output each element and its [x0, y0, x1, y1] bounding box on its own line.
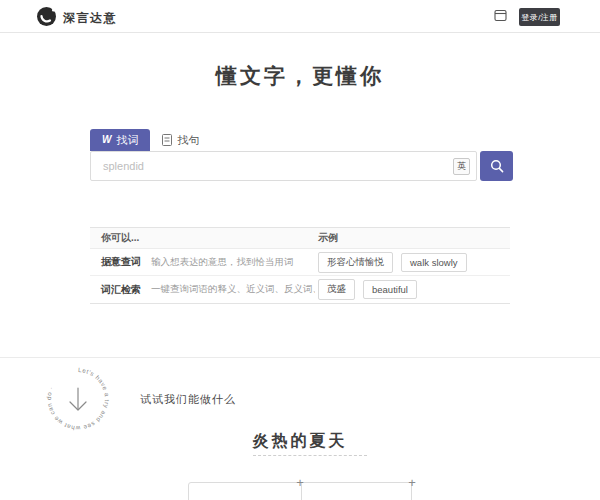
- logo-icon: [36, 6, 57, 27]
- row-name: 词汇检索: [101, 283, 141, 297]
- header-examples: 示例: [315, 231, 510, 245]
- scroll-down-circle: Let's have a try and see what we can do …: [43, 364, 113, 434]
- corner-crosshair: +: [296, 476, 304, 489]
- login-register-button[interactable]: 登录/注册: [519, 8, 560, 26]
- tab-find-sentences[interactable]: 找句: [150, 129, 211, 151]
- row-description: 一键查询词语的释义、近义词、反义词、联想词等: [151, 283, 315, 296]
- row-description: 输入想表达的意思，找到恰当用词: [151, 256, 294, 269]
- search-input[interactable]: [90, 151, 477, 181]
- corner-crosshair: +: [408, 476, 416, 489]
- header: 深言达意 登录/注册: [0, 0, 600, 33]
- magnifier-icon: [490, 159, 504, 173]
- language-toggle[interactable]: 英: [453, 158, 470, 175]
- examples-table-header: 你可以... 示例: [90, 228, 510, 249]
- search-mode-tabs: W 找词 找句: [90, 129, 211, 151]
- decorative-dashed-line: [253, 455, 367, 456]
- table-row: 词汇检索 一键查询词语的释义、近义词、反义词、联想词等 茂盛 beautiful: [90, 276, 510, 303]
- section-divider: [0, 357, 600, 358]
- try-section-label: 试试我们能做什么: [140, 392, 236, 407]
- example-tag[interactable]: 茂盛: [318, 279, 355, 300]
- browser-extension-icon[interactable]: [494, 9, 507, 22]
- wantwords-logo-icon: W: [102, 135, 111, 145]
- search-bar: 英: [90, 151, 513, 181]
- tab-find-words[interactable]: W 找词: [90, 129, 150, 151]
- tab-find-words-label: 找词: [116, 133, 138, 148]
- example-tag[interactable]: beautiful: [363, 280, 417, 299]
- example-tag[interactable]: 形容心情愉悦: [318, 252, 393, 273]
- sentence-doc-icon: [162, 134, 172, 146]
- table-row: 据意查词 输入想表达的意思，找到恰当用词 形容心情愉悦 walk slowly: [90, 249, 510, 276]
- page-title: 懂文字，更懂你: [0, 62, 600, 90]
- header-you-can: 你可以...: [90, 231, 315, 245]
- search-button[interactable]: [480, 151, 513, 181]
- row-name: 据意查词: [101, 255, 141, 269]
- demo-phrase-title: 炎热的夏天: [0, 431, 600, 452]
- arrow-down-icon: [70, 388, 86, 410]
- tab-find-sentences-label: 找句: [177, 133, 199, 148]
- example-tag[interactable]: walk slowly: [401, 253, 467, 272]
- page: 深言达意 登录/注册 懂文字，更懂你 W 找词 找句 英: [0, 0, 600, 500]
- brand-title: 深言达意: [63, 10, 117, 27]
- examples-table: 你可以... 示例 据意查词 输入想表达的意思，找到恰当用词 形容心情愉悦 wa…: [90, 227, 510, 304]
